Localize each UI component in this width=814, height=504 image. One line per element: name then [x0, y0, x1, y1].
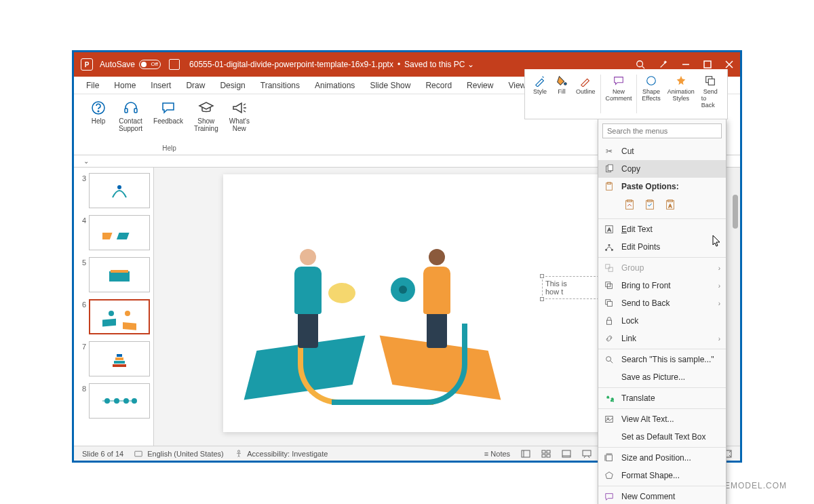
menu-search-input[interactable]	[602, 123, 722, 138]
slide-thumbnail[interactable]	[89, 341, 150, 376]
lock-item[interactable]: Lock	[598, 312, 726, 330]
magic-icon[interactable]	[659, 60, 668, 69]
feedback-button[interactable]: Feedback	[151, 97, 186, 134]
menu-file[interactable]: File	[86, 81, 99, 90]
default-textbox-item[interactable]: Set as Default Text Box	[598, 428, 726, 446]
svg-rect-49	[709, 79, 715, 85]
send-to-back-button[interactable]: Sendto Back	[698, 72, 723, 116]
headset-icon	[121, 98, 140, 117]
comment-icon	[604, 491, 615, 502]
menu-transitions[interactable]: Transitions	[260, 81, 300, 90]
chevron-right-icon: ›	[718, 335, 720, 343]
slide-counter[interactable]: Slide 6 of 14	[82, 450, 123, 458]
svg-rect-36	[542, 450, 545, 453]
size-position-item[interactable]: Size and Position...	[598, 449, 726, 467]
svg-rect-34	[522, 450, 530, 457]
cut-item[interactable]: ✂Cut	[598, 142, 726, 160]
svg-text:A: A	[607, 227, 611, 233]
style-button[interactable]: Style	[529, 72, 551, 116]
svg-point-29	[328, 283, 355, 303]
save-as-picture-item[interactable]: Save as Picture...	[598, 368, 726, 386]
svg-rect-68	[607, 284, 612, 288]
help-button[interactable]: Help	[86, 97, 111, 134]
edit-points-item[interactable]: Edit Points	[598, 238, 726, 256]
maximize-icon[interactable]	[703, 60, 712, 69]
mouse-cursor-icon	[712, 235, 722, 247]
contact-support-button[interactable]: Contact Support	[116, 97, 145, 134]
menu-slide-show[interactable]: Slide Show	[370, 81, 410, 90]
svg-rect-13	[117, 233, 130, 239]
bullet-separator: •	[398, 60, 400, 69]
menu-draw[interactable]: Draw	[186, 81, 205, 90]
feedback-icon	[159, 98, 178, 117]
edit-text-item[interactable]: AEdit Text	[598, 220, 726, 238]
paste-dest-theme[interactable]	[621, 197, 638, 213]
svg-text:a: a	[607, 394, 610, 399]
new-comment-button[interactable]: NewComment	[602, 72, 635, 116]
comment-icon	[611, 73, 626, 88]
notes-button[interactable]: ≡ Notes	[484, 450, 510, 458]
bring-to-front-item[interactable]: Bring to Front›	[598, 277, 726, 294]
translate-item[interactable]: aあTranslate	[598, 389, 726, 407]
fill-button[interactable]: Fill	[551, 72, 573, 116]
minimize-icon[interactable]	[682, 60, 690, 69]
autosave-toggle[interactable]: AutoSave	[100, 60, 161, 69]
slideshow-view-icon[interactable]	[582, 450, 592, 458]
svg-point-25	[104, 398, 110, 404]
format-shape-item[interactable]: Format Shape...	[598, 467, 726, 484]
accessibility-indicator[interactable]: Accessibility: Investigate	[235, 450, 328, 458]
svg-line-74	[610, 361, 613, 364]
svg-point-47	[647, 77, 656, 85]
paste-keep-source[interactable]	[642, 197, 658, 213]
search-icon[interactable]	[636, 60, 645, 69]
slide-thumbnail-selected[interactable]	[89, 299, 150, 334]
vertical-scrollbar[interactable]	[731, 168, 740, 446]
chevron-right-icon: ›	[718, 282, 720, 290]
close-icon[interactable]	[725, 60, 733, 69]
whats-new-button[interactable]: What's New	[227, 97, 252, 134]
svg-rect-12	[102, 233, 113, 239]
paste-picture[interactable]: A	[662, 197, 678, 213]
show-training-button[interactable]: Show Training	[191, 97, 221, 134]
svg-point-11	[117, 185, 121, 189]
slide-thumbnail[interactable]	[89, 173, 150, 208]
svg-point-8	[98, 111, 99, 112]
filename-dropdown[interactable]: ⌄	[467, 60, 474, 69]
menu-design[interactable]: Design	[220, 81, 245, 90]
new-comment-item[interactable]: New Comment	[598, 488, 726, 504]
slide-thumbnail[interactable]	[89, 257, 150, 292]
svg-rect-23	[117, 354, 122, 357]
svg-rect-32	[135, 451, 142, 457]
svg-line-1	[642, 66, 645, 69]
normal-view-icon[interactable]	[521, 450, 530, 458]
menu-record[interactable]: Record	[425, 81, 452, 90]
reading-view-icon[interactable]	[562, 450, 571, 458]
svg-rect-64	[612, 250, 613, 251]
search-text-item[interactable]: Search "This is sample..."	[598, 351, 726, 368]
language-indicator[interactable]: English (United States)	[134, 450, 224, 458]
copy-item[interactable]: Copy	[598, 160, 726, 178]
slide-thumbnail[interactable]	[89, 383, 150, 419]
paste-options-header: Paste Options:	[598, 178, 726, 195]
save-icon[interactable]	[169, 59, 180, 70]
animation-styles-button[interactable]: AnimationStyles	[664, 72, 698, 116]
menu-view[interactable]: View	[508, 81, 526, 90]
shape-effects-button[interactable]: ShapeEffects	[638, 72, 663, 116]
alt-text-item[interactable]: View Alt Text...	[598, 410, 726, 428]
menu-animations[interactable]: Animations	[315, 81, 355, 90]
thumbnail-panel[interactable]: 3 4 5 6 7 8	[74, 168, 154, 446]
clipboard-icon	[604, 181, 615, 192]
sorter-view-icon[interactable]	[541, 450, 551, 458]
slide-thumbnail[interactable]	[89, 215, 150, 250]
send-to-back-item[interactable]: Send to Back›	[598, 294, 726, 312]
menu-search[interactable]	[602, 123, 722, 138]
menu-home[interactable]: Home	[114, 81, 136, 90]
link-item[interactable]: Link›	[598, 330, 726, 347]
svg-point-28	[132, 398, 137, 404]
collapse-chevron-icon[interactable]: ⌄	[83, 157, 89, 165]
outline-button[interactable]: Outline	[573, 72, 599, 116]
svg-rect-38	[542, 454, 545, 457]
toggle-off-icon[interactable]	[139, 60, 161, 69]
menu-insert[interactable]: Insert	[151, 81, 171, 90]
menu-review[interactable]: Review	[467, 81, 493, 90]
